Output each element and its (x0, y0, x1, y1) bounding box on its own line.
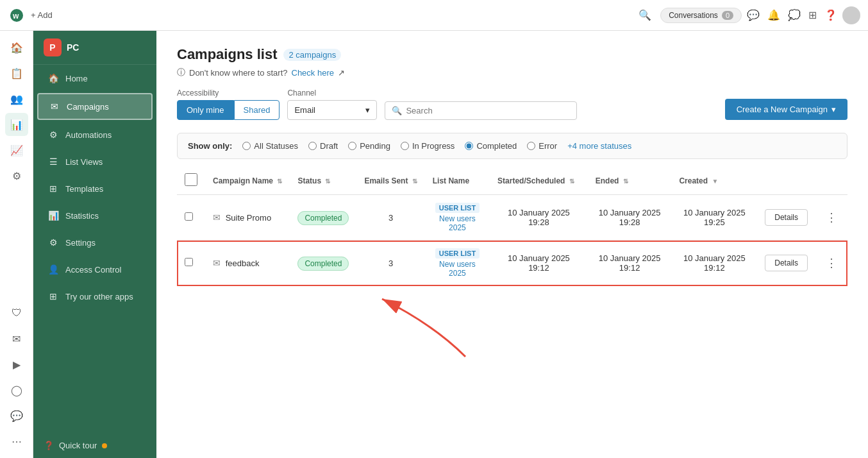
row2-status-cell: Completed (290, 241, 356, 286)
campaign-count-badge: 2 campaigns (283, 49, 341, 61)
sidebar-item-campaigns[interactable]: ✉ Campaigns (37, 93, 153, 120)
help-row: ⓘ Don't know where to start? Check here … (177, 67, 847, 78)
message-icon[interactable]: 💭 (788, 9, 801, 21)
dropdown-arrow-icon: ▾ (831, 105, 836, 114)
user-avatar[interactable] (842, 6, 860, 24)
status-completed[interactable]: Completed (465, 141, 517, 151)
status-completed-radio[interactable] (465, 142, 473, 150)
channel-select[interactable]: Email ▾ (287, 100, 377, 120)
icon-nav-settings[interactable]: ⚙ (5, 164, 28, 187)
status-error-radio[interactable] (527, 142, 535, 150)
th-ended[interactable]: Ended ⇅ (588, 167, 672, 195)
status-all[interactable]: All Statuses (242, 141, 298, 151)
content-area: Campaigns list 2 campaigns ⓘ Don't know … (156, 31, 868, 458)
status-all-radio[interactable] (242, 142, 251, 150)
row2-ended: 10 January 2025 19:12 (588, 241, 672, 286)
brand-header: P PC (33, 31, 156, 65)
help-icon[interactable]: ❓ (824, 9, 837, 21)
quick-tour[interactable]: ❓ Quick tour (33, 433, 156, 458)
th-actions (757, 167, 815, 195)
th-campaign-name[interactable]: Campaign Name ⇅ (205, 167, 290, 195)
brand-icon: P (44, 38, 62, 56)
th-created[interactable]: Created ▼ (671, 167, 757, 195)
status-draft[interactable]: Draft (308, 141, 338, 151)
status-in-progress-radio[interactable] (401, 142, 409, 150)
icon-nav-reports[interactable]: 📋 (5, 62, 28, 85)
channel-label: Channel (287, 89, 377, 98)
status-pending[interactable]: Pending (348, 141, 390, 151)
row1-list-link[interactable]: New users 2025 (433, 214, 482, 232)
row2-list-link[interactable]: New users 2025 (433, 260, 482, 278)
row1-details-button[interactable]: Details (765, 209, 808, 226)
row2-name: feedback (226, 259, 260, 268)
sidebar-item-home[interactable]: 🏠 Home (37, 66, 153, 90)
sidebar-item-automations[interactable]: ⚙ Automations (37, 123, 153, 147)
icon-nav-dots[interactable]: ⋯ (5, 430, 28, 453)
page-title-row: Campaigns list 2 campaigns (177, 46, 847, 63)
show-only-label: Show only: (188, 141, 232, 151)
chat-icon[interactable]: 💬 (747, 9, 760, 21)
status-pending-radio[interactable] (348, 142, 356, 150)
row2-list-tag: USER LIST (435, 248, 480, 259)
row1-details-cell: Details (757, 195, 815, 241)
th-status[interactable]: Status ⇅ (290, 167, 356, 195)
search-icon[interactable]: 🔍 (635, 5, 655, 25)
status-in-progress-label: In Progress (412, 141, 455, 151)
icon-nav-circle[interactable]: ◯ (5, 378, 28, 402)
topbar: w + Add 🔍 Conversations 0 💬 🔔 💭 ⊞ ❓ (0, 0, 868, 31)
row1-more-button[interactable]: ⋮ (823, 208, 840, 227)
sidebar-item-list-views-label: List Views (65, 157, 103, 167)
select-all-checkbox[interactable] (185, 173, 197, 186)
row2-created: 10 January 2025 19:12 (671, 241, 757, 286)
status-draft-label: Draft (320, 141, 338, 151)
sidebar-item-settings[interactable]: ⚙ Settings (37, 230, 153, 255)
status-draft-radio[interactable] (308, 142, 317, 150)
icon-nav-home[interactable]: 🏠 (5, 36, 28, 59)
only-mine-button[interactable]: Only mine (177, 100, 234, 120)
check-here-link[interactable]: Check here (292, 68, 334, 78)
icon-nav-campaigns[interactable]: 📊 (5, 113, 28, 136)
icon-nav-video[interactable]: ▶ (5, 353, 28, 376)
icon-nav-analytics[interactable]: 📈 (5, 139, 28, 162)
search-icon-input: 🔍 (392, 106, 402, 115)
create-campaign-label: Create a New Campaign (737, 105, 828, 114)
add-button[interactable]: + Add (31, 10, 53, 20)
row2-more-cell: ⋮ (815, 241, 847, 286)
row1-ended: 10 January 2025 19:28 (588, 195, 672, 241)
sidebar-item-other-apps[interactable]: ⊞ Try our other apps (37, 284, 153, 309)
sidebar-item-list-views[interactable]: ☰ List Views (37, 149, 153, 174)
settings-icon: ⚙ (47, 237, 59, 248)
row2-checkbox[interactable] (185, 258, 193, 266)
search-input[interactable] (406, 106, 570, 115)
status-pending-label: Pending (360, 141, 390, 151)
home-icon: 🏠 (47, 72, 59, 84)
status-in-progress[interactable]: In Progress (401, 141, 455, 151)
app-logo: w (8, 6, 26, 24)
icon-nav-security[interactable]: 🛡 (5, 301, 28, 325)
icon-nav-contacts[interactable]: 👥 (5, 87, 28, 110)
grid-icon[interactable]: ⊞ (808, 9, 817, 21)
bell-icon[interactable]: 🔔 (767, 9, 780, 21)
status-error[interactable]: Error (527, 141, 557, 151)
row2-more-button[interactable]: ⋮ (823, 253, 840, 273)
sidebar-item-templates[interactable]: ⊞ Templates (37, 176, 153, 201)
row1-created: 10 January 2025 19:25 (671, 195, 757, 241)
conversations-button[interactable]: Conversations 0 (660, 8, 742, 23)
sidebar-item-home-label: Home (65, 74, 88, 83)
sidebar-item-statistics[interactable]: 📊 Statistics (37, 203, 153, 228)
more-statuses-link[interactable]: +4 more statuses (567, 141, 631, 151)
row1-checkbox[interactable] (185, 212, 193, 221)
help-circle-icon: ❓ (44, 441, 54, 450)
statistics-icon: 📊 (47, 210, 59, 221)
row1-list-tag: USER LIST (435, 203, 480, 213)
sidebar-item-access-control[interactable]: 👤 Access Control (37, 257, 153, 282)
sidebar-item-access-control-label: Access Control (65, 265, 121, 275)
icon-nav-chat2[interactable]: 💬 (5, 404, 28, 427)
row2-details-button[interactable]: Details (765, 255, 808, 271)
th-emails-sent[interactable]: Emails Sent ⇅ (356, 167, 424, 195)
shared-button[interactable]: Shared (234, 100, 280, 120)
create-campaign-button[interactable]: Create a New Campaign ▾ (725, 99, 847, 120)
th-started[interactable]: Started/Scheduled ⇅ (490, 167, 588, 195)
row1-emails-sent: 3 (356, 195, 424, 241)
icon-nav-email[interactable]: ✉ (5, 327, 28, 350)
